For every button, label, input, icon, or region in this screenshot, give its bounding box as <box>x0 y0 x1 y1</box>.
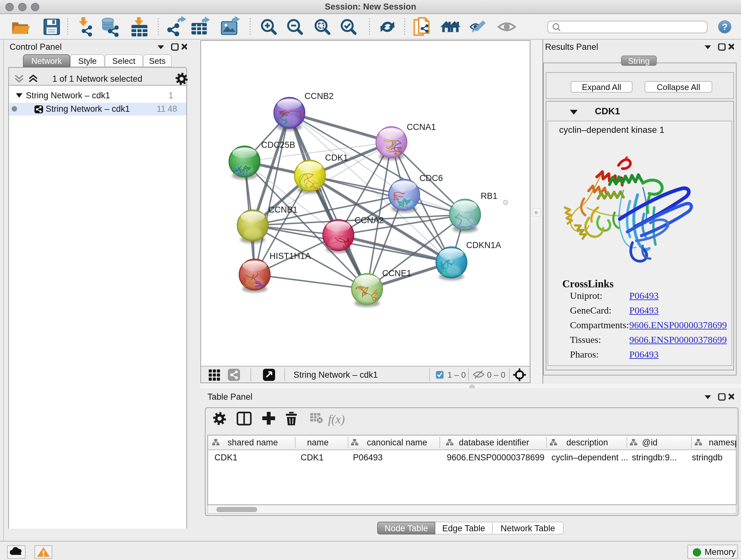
svg-text:String Network – cdk1: String Network – cdk1 <box>293 370 378 380</box>
svg-text:description: description <box>566 438 608 447</box>
svg-text:1 – 0: 1 – 0 <box>448 370 466 380</box>
svg-text:CCNA1: CCNA1 <box>407 122 436 132</box>
svg-text:f(x): f(x) <box>328 413 345 426</box>
svg-text:0 – 0: 0 – 0 <box>487 370 506 380</box>
svg-text:CDK1: CDK1 <box>325 153 348 163</box>
svg-text:?: ? <box>722 21 728 32</box>
svg-text:HIST1H1A: HIST1H1A <box>270 251 311 261</box>
svg-text:database identifier: database identifier <box>459 438 529 447</box>
svg-text:CDC25B: CDC25B <box>261 140 295 150</box>
svg-text:RB1: RB1 <box>481 191 497 201</box>
svg-text:shared name: shared name <box>227 438 278 447</box>
svg-text:namespace: namespace <box>709 438 737 447</box>
svg-text:CDC6: CDC6 <box>419 173 443 183</box>
svg-text:CDKN1A: CDKN1A <box>466 240 501 250</box>
svg-text:CCNA2: CCNA2 <box>354 215 384 225</box>
svg-text:canonical name: canonical name <box>367 438 427 447</box>
svg-text:name: name <box>307 438 329 447</box>
svg-text:CCNB1: CCNB1 <box>268 205 298 214</box>
svg-text:@id: @id <box>642 438 657 447</box>
svg-text:CCNB2: CCNB2 <box>305 91 334 101</box>
svg-text:CCNE1: CCNE1 <box>382 268 411 278</box>
